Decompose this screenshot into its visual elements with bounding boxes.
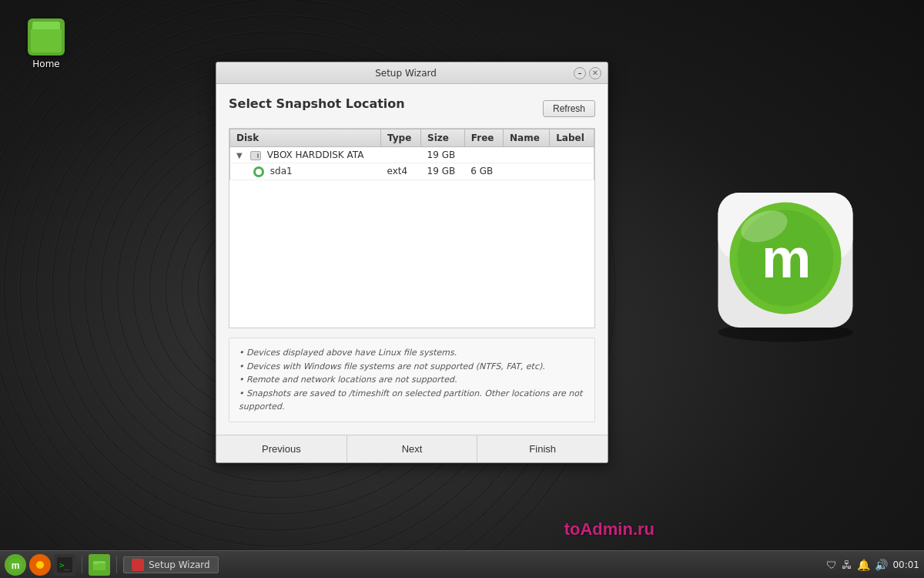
desktop-icon-home[interactable]: Home	[15, 15, 77, 72]
taskbar: m >_	[0, 550, 924, 578]
home-folder-icon	[28, 18, 65, 55]
disk-size-cell: 19 GB	[421, 147, 465, 163]
info-line-2: • Devices with Windows file systems are …	[239, 360, 585, 374]
volume-tray-icon[interactable]: 🔊	[875, 559, 888, 571]
table-header-row: Disk Type Size Free Name Label	[230, 129, 594, 147]
disk-icon	[250, 151, 261, 160]
info-line-1: • Devices displayed above have Linux fil…	[239, 346, 585, 360]
refresh-button[interactable]: Refresh	[543, 100, 595, 117]
part-free-cell: 6 GB	[464, 163, 503, 180]
disk-label: VBOX HARDDISK ATA	[267, 150, 364, 160]
dialog-titlebar: Setup Wizard – ✕	[216, 62, 608, 84]
finish-button[interactable]: Finish	[477, 435, 608, 462]
files-button[interactable]	[89, 554, 110, 576]
taskbar-left: m >_	[5, 554, 219, 576]
firefox-button[interactable]	[29, 554, 51, 576]
watermark: toAdmin.ru	[564, 519, 654, 539]
taskbar-right: 🛡 🖧 🔔 🔊 00:01	[826, 559, 919, 571]
partition-selected-icon	[253, 166, 264, 177]
col-label: Label	[550, 129, 594, 147]
dialog-content: Select Snapshot Location Refresh Disk Ty…	[216, 84, 608, 435]
col-free: Free	[464, 129, 503, 147]
titlebar-controls: – ✕	[574, 67, 601, 79]
previous-button[interactable]: Previous	[216, 435, 347, 462]
svg-rect-14	[93, 563, 105, 570]
expand-icon: ▼	[236, 151, 244, 159]
col-name: Name	[504, 129, 550, 147]
dialog-title: Setup Wizard	[238, 68, 574, 79]
network-tray-icon[interactable]: 🖧	[842, 559, 852, 571]
part-name-col-cell	[504, 163, 550, 180]
setup-wizard-dialog: Setup Wizard – ✕ Select Snapshot Locatio…	[216, 62, 608, 463]
desktop: Home m toAdmin.ru Setup Wizard	[0, 0, 924, 578]
table-row[interactable]: sda1 ext4 19 GB 6 GB	[230, 163, 594, 180]
taskbar-separator	[82, 556, 82, 573]
close-button[interactable]: ✕	[589, 67, 601, 79]
table-row[interactable]: ▼ VBOX HARDDISK ATA 19 GB	[230, 147, 594, 163]
svg-rect-15	[93, 561, 99, 564]
mint-logo: m	[689, 154, 882, 347]
minimize-button[interactable]: –	[574, 67, 586, 79]
disk-name-col-cell	[504, 147, 550, 163]
disk-table: Disk Type Size Free Name Label ▼	[229, 129, 594, 180]
col-disk: Disk	[230, 129, 381, 147]
taskbar-window-label: Setup Wizard	[149, 560, 210, 570]
taskbar-window-setup[interactable]: Setup Wizard	[123, 556, 219, 573]
bell-tray-icon[interactable]: 🔔	[857, 559, 870, 571]
taskbar-separator-2	[116, 556, 117, 573]
shield-tray-icon[interactable]: 🛡	[826, 559, 837, 571]
taskbar-time: 00:01	[892, 560, 919, 570]
home-icon-label: Home	[32, 59, 59, 69]
part-type-cell: ext4	[381, 163, 421, 180]
col-size: Size	[421, 129, 465, 147]
svg-point-10	[36, 561, 44, 569]
next-button[interactable]: Next	[347, 435, 478, 462]
info-line-4: • Snapshots are saved to /timeshift on s…	[239, 387, 585, 414]
terminal-button[interactable]: >_	[54, 554, 75, 576]
info-section: • Devices displayed above have Linux fil…	[229, 338, 595, 422]
part-name-cell: sda1	[230, 163, 381, 180]
dialog-buttons: Previous Next Finish	[216, 435, 608, 462]
setup-wizard-taskbar-icon	[132, 559, 144, 571]
part-label-col-cell	[550, 163, 594, 180]
disk-label-col-cell	[550, 147, 594, 163]
mint-menu-button[interactable]: m	[5, 554, 26, 576]
disk-free-cell	[464, 147, 503, 163]
svg-text:>_: >_	[59, 560, 70, 570]
disk-type-cell	[381, 147, 421, 163]
disk-name-cell: ▼ VBOX HARDDISK ATA	[230, 147, 381, 163]
disk-table-container: Disk Type Size Free Name Label ▼	[229, 128, 595, 328]
svg-text:m: m	[12, 560, 20, 571]
section-title: Select Snapshot Location	[229, 96, 405, 111]
partition-label: sda1	[270, 166, 293, 176]
part-size-cell: 19 GB	[421, 163, 465, 180]
info-line-3: • Remote and network locations are not s…	[239, 373, 585, 387]
col-type: Type	[381, 129, 421, 147]
